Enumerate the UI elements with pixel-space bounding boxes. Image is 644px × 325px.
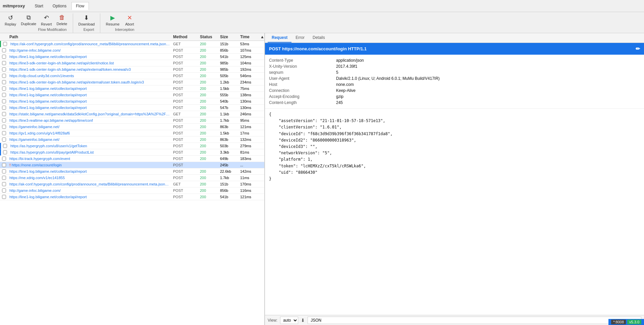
flow-row[interactable]: https://cdp.cloud.unity3d.com/v1/events … [0,73,264,79]
tab-start[interactable]: Start [30,2,47,10]
row-checkbox[interactable] [2,112,6,116]
flow-row[interactable]: https://line1-log.biligame.net/collector… [0,54,264,60]
row-time: 121ms [239,125,259,129]
row-status: 200 [199,176,219,180]
row-checkbox[interactable] [2,176,6,180]
view-format-select[interactable]: JSON XML Raw [308,317,641,324]
row-checkbox[interactable] [2,188,6,193]
row-time: 142ms [239,169,259,173]
row-checkbox[interactable] [2,74,6,78]
row-time: 104ms [239,61,259,65]
tab-request[interactable]: Request [268,33,291,43]
row-path: https://line1-log.biligame.net/collector… [8,169,172,173]
view-label: View: [268,318,277,323]
header-name: Content-Length [269,100,336,105]
row-checkbox[interactable] [2,157,6,161]
row-checkbox[interactable] [2,125,6,129]
row-checkbox[interactable] [3,150,7,154]
flow-row[interactable]: https://bi-track.hypergryph.com/event PO… [0,156,264,162]
row-checkbox[interactable] [2,48,6,52]
row-path: https://line1-log.biligame.net/collector… [8,87,172,91]
row-checkbox[interactable] [2,195,6,199]
row-method: POST [172,106,199,110]
flow-row[interactable]: https://ak-conf.hypergryph.com/config/pr… [0,41,264,47]
row-method: POST [172,138,199,142]
row-checkbox[interactable] [2,87,6,91]
row-size: 245b [219,163,239,167]
revert-icon: ↶ [44,14,49,21]
row-checkbox[interactable] [2,67,6,71]
flow-row[interactable]: https://line1-log.biligame.net/collector… [0,98,264,105]
tab-details[interactable]: Details [309,33,329,43]
row-path: https://ak-conf.hypergryph.com/config/pr… [8,182,172,186]
detail-tabs: Request Error Details [265,33,644,43]
status-version: v5.3.0 [627,320,641,324]
row-checkbox[interactable] [2,182,6,186]
row-checkbox[interactable] [2,61,6,65]
flow-row[interactable]: https://line1-log.biligame.net/collector… [0,92,264,98]
header-name: Host [269,82,336,87]
flow-row[interactable]: https://me.xdrig.com/v1/ec141855 POST 20… [0,175,264,181]
row-checkbox[interactable] [2,99,6,103]
detail-content: POST https://none.com/account/login HTTP… [265,43,644,315]
flow-row[interactable]: https://line3-sdk-center-login-sh.biliga… [0,60,264,66]
view-download-icon[interactable]: ⬇ [301,318,305,323]
row-checkbox[interactable] [2,80,6,84]
row-time: 116ms [239,188,259,193]
row-path: https://line1-log.biligame.net/collector… [8,93,172,97]
flow-row[interactable]: https://line1-log.biligame.net/collector… [0,194,264,200]
duplicate-button[interactable]: ⧉ Duplicate [19,13,38,27]
flow-row[interactable]: https://as.hypergryph.com/u8/user/v1/get… [0,143,264,149]
flow-row[interactable]: https://as.hypergryph.com/u8/pay/getAllP… [0,149,264,156]
flow-row[interactable]: http://game-infoc.biligame.com/ POST 200… [0,187,264,194]
row-checkbox[interactable] [3,144,7,148]
row-checkbox[interactable] [3,42,7,46]
flow-row[interactable]: https://gameinfoc.biligame.net/ POST 200… [0,124,264,130]
flow-row[interactable]: https://gv1.xdrig.com/u/g/v1/4f828af6 PO… [0,130,264,137]
row-method: POST [172,48,199,52]
flow-row[interactable]: https://ak-conf.hypergryph.com/config/pr… [0,181,264,187]
row-size: 540b [219,99,239,103]
revert-button[interactable]: ↶ Revert [39,13,54,27]
row-checkbox[interactable] [2,55,6,59]
row-checkbox[interactable] [2,163,6,167]
row-checkbox[interactable] [2,106,6,110]
row-time: 75ms [239,87,259,91]
download-button[interactable]: ⬇ Download [76,13,97,27]
resume-button[interactable]: ▶ Resume [104,13,121,27]
row-size: 863b [219,125,239,129]
flow-row[interactable]: https://line1-log.biligame.net/collector… [0,105,264,111]
flow-row[interactable]: https://line1-log.biligame.net/collector… [0,168,264,175]
view-select[interactable]: auto raw hex [280,317,298,324]
row-time: 95ms [239,118,259,122]
row-path: http://game-infoc.biligame.com/ [8,48,172,52]
row-checkbox[interactable] [2,138,6,142]
row-checkbox[interactable] [2,118,6,122]
flow-row[interactable]: https://line1-sdk-center-login-sh.biliga… [0,79,264,86]
delete-button[interactable]: 🗑 Delete [55,13,69,27]
edit-icon[interactable]: ✏ [636,46,640,52]
export-label: Export [81,27,97,33]
flow-row[interactable]: https://line3-realtime-api.biligame.net/… [0,117,264,124]
row-status: 200 [199,157,219,161]
row-method: POST [172,118,199,122]
header-row: seqnum5 [269,69,640,75]
abort-button[interactable]: ✕ Abort [122,13,137,27]
row-checkbox[interactable] [2,131,6,135]
flow-row[interactable]: https://static.biligame.net/gamesdk/data… [0,111,264,117]
row-time: 81ms [239,150,259,154]
flow-row[interactable]: https://line1-sdk-center-login-sh.biliga… [0,66,264,73]
tab-flow[interactable]: Flow [71,2,89,10]
row-method: POST [172,157,199,161]
flow-row[interactable]: https://gameinfoc.biligame.net/ POST 200… [0,137,264,143]
row-status: 200 [199,195,219,199]
flow-row[interactable]: http://game-infoc.biligame.com/ POST 200… [0,47,264,54]
replay-button[interactable]: ↺ Replay [3,13,18,27]
header-row: X-Unity-Version2017.4.39f1 [269,63,640,69]
flow-row[interactable]: https://line1-log.biligame.net/collector… [0,86,264,92]
row-checkbox[interactable] [2,93,6,97]
tab-error[interactable]: Error [291,33,309,43]
tab-options[interactable]: Options [48,2,71,10]
row-checkbox[interactable] [2,169,6,173]
flow-row[interactable]: ! https://none.com/account/login POST 24… [0,162,264,168]
